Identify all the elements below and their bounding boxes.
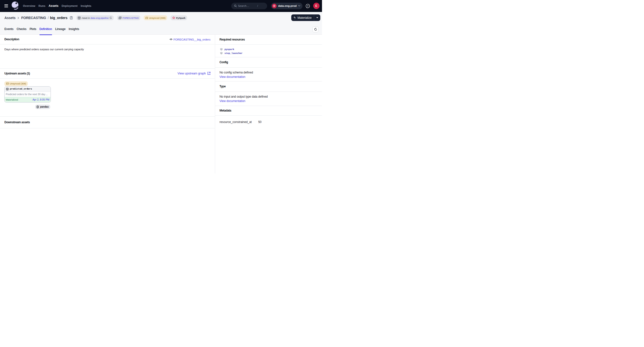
svg-text:?: ? xyxy=(307,5,308,7)
